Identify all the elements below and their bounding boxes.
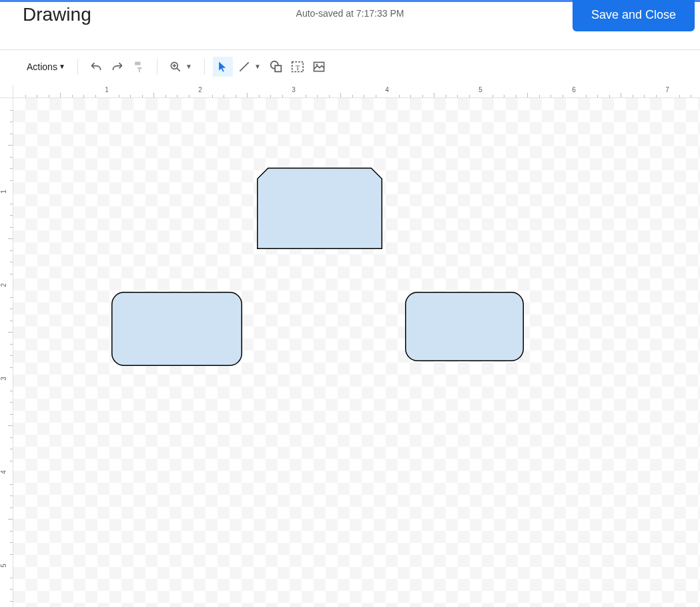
save-and-close-button[interactable]: Save and Close: [573, 0, 695, 31]
ruler-h-label: 6: [572, 86, 576, 93]
actions-menu-label: Actions: [27, 61, 57, 72]
ruler-horizontal: 1234567: [13, 85, 700, 98]
redo-icon: [111, 60, 124, 73]
shape-tool-button[interactable]: [266, 57, 286, 77]
svg-rect-6: [275, 65, 281, 71]
undo-button[interactable]: [86, 57, 106, 77]
autosave-status: Auto-saved at 7:17:33 PM: [296, 8, 404, 19]
line-tool-button[interactable]: [234, 57, 254, 77]
zoom-icon: [169, 60, 182, 73]
image-icon: [312, 60, 326, 73]
page-title: Drawing: [0, 1, 91, 25]
actions-menu-button[interactable]: Actions ▼: [23, 57, 69, 76]
toolbar: Actions ▼ ▼ ▼ T: [0, 49, 700, 83]
drawing-canvas[interactable]: [13, 98, 700, 607]
caret-down-icon[interactable]: ▼: [253, 63, 262, 70]
header-bar: Drawing Auto-saved at 7:17:33 PM Save an…: [0, 0, 700, 49]
toolbar-divider: [157, 59, 157, 75]
image-tool-button[interactable]: [309, 57, 329, 77]
svg-rect-11: [112, 292, 242, 366]
ruler-corner: [0, 85, 13, 98]
redo-button[interactable]: [107, 57, 127, 77]
toolbar-divider: [204, 59, 205, 75]
zoom-button[interactable]: [165, 57, 186, 77]
ruler-h-label: 7: [665, 86, 669, 93]
svg-rect-12: [406, 292, 524, 361]
textbox-icon: T: [290, 59, 305, 74]
ruler-h-label: 4: [385, 86, 389, 93]
svg-point-10: [316, 63, 318, 65]
ruler-v-label: 2: [0, 283, 7, 287]
drawing-shape[interactable]: [111, 292, 242, 366]
ruler-v-label: 4: [0, 470, 7, 474]
paint-format-button: [129, 57, 149, 77]
shape-icon: [269, 59, 284, 74]
drawing-shape[interactable]: [257, 168, 382, 249]
paint-format-icon: [132, 60, 145, 73]
caret-down-icon: ▼: [59, 63, 65, 70]
ruler-v-label: 1: [0, 190, 7, 194]
svg-line-1: [176, 67, 180, 71]
ruler-v-label: 3: [0, 377, 7, 381]
ruler-h-label: 3: [292, 86, 296, 93]
cursor-icon: [216, 60, 230, 73]
ruler-vertical: 12345: [0, 98, 13, 607]
textbox-tool-button[interactable]: T: [288, 57, 308, 77]
ruler-v-label: 5: [0, 564, 7, 568]
svg-text:T: T: [295, 63, 300, 71]
caret-down-icon[interactable]: ▼: [184, 63, 194, 70]
select-tool-button[interactable]: [213, 57, 233, 77]
svg-line-4: [240, 62, 248, 71]
ruler-h-label: 5: [478, 86, 482, 93]
line-icon: [238, 60, 251, 73]
toolbar-divider: [77, 59, 78, 75]
ruler-h-label: 2: [198, 86, 202, 93]
drawing-shape[interactable]: [405, 292, 524, 361]
undo-icon: [89, 60, 103, 73]
ruler-h-label: 1: [105, 86, 109, 93]
